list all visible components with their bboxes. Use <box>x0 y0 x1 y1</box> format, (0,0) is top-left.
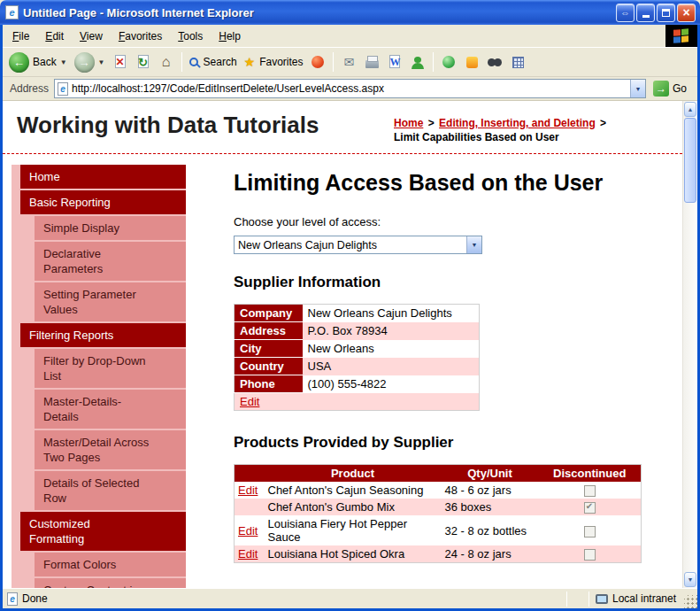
search-button[interactable]: Search <box>187 54 240 70</box>
supplier-heading: Supplier Information <box>234 274 666 291</box>
supplier-edit-link[interactable]: Edit <box>240 395 259 408</box>
supplier-field-value: P.O. Box 78934 <box>303 322 480 340</box>
resize-grip[interactable] <box>684 595 697 608</box>
menu-bar: File Edit View Favorites Tools Help <box>3 25 697 48</box>
supplier-field-label: Address <box>235 322 303 340</box>
sidebar-item-declarative-parameters[interactable]: Declarative Parameters <box>35 242 186 281</box>
status-text: Done <box>22 592 48 605</box>
menu-tools[interactable]: Tools <box>170 25 211 47</box>
refresh-button[interactable]: ↻ <box>133 50 154 73</box>
sidebar-item-master-details-details[interactable]: Master-Details-Details <box>35 390 186 429</box>
maximize-button[interactable] <box>657 4 675 22</box>
product-edit-link[interactable]: Edit <box>238 547 258 561</box>
menu-favorites[interactable]: Favorites <box>111 25 170 47</box>
access-level-value: New Orleans Cajun Delights <box>235 239 466 251</box>
addon-find-button[interactable] <box>484 50 505 73</box>
supplier-field-label: City <box>235 340 303 358</box>
addon-globe-button[interactable] <box>438 50 459 73</box>
address-dropdown-button[interactable]: ▼ <box>630 80 645 97</box>
sidebar-item-setting-parameter-values[interactable]: Setting Parameter Values <box>35 282 186 321</box>
status-page-icon: e <box>7 592 18 606</box>
access-level-select[interactable]: New Orleans Cajun Delights ▼ <box>234 236 482 254</box>
product-row: Edit Louisiana Fiery Hot Pepper Sauce 32… <box>235 515 642 545</box>
address-input[interactable]: e http://localhost:1297/Code/EditInsertD… <box>54 79 646 98</box>
close-button[interactable]: × <box>677 4 696 22</box>
product-qty: 48 - 6 oz jars <box>442 482 539 499</box>
title-bar: e Untitled Page - Microsoft Internet Exp… <box>0 0 700 25</box>
scroll-down-button[interactable]: ▼ <box>684 572 696 587</box>
sidebar-item-basic-reporting[interactable]: Basic Reporting <box>20 190 186 214</box>
menu-help[interactable]: Help <box>211 25 249 47</box>
messenger-button[interactable] <box>407 50 428 73</box>
local-intranet-icon <box>596 594 608 604</box>
print-button[interactable] <box>361 50 382 73</box>
supplier-field-value: New Orleans <box>303 340 480 358</box>
addon-orange-button[interactable] <box>461 50 482 73</box>
go-icon: → <box>653 81 669 97</box>
refresh-icon: ↻ <box>138 56 148 69</box>
globe-icon <box>442 56 455 68</box>
breadcrumb: Home > Editing, Inserting, and Deleting … <box>394 112 670 144</box>
binoculars-icon <box>488 58 502 66</box>
security-zone-label: Local intranet <box>612 592 676 605</box>
product-qty: 24 - 8 oz jars <box>442 545 539 563</box>
product-edit-link[interactable]: Edit <box>238 524 258 538</box>
breadcrumb-link-editing-inserting-deleting[interactable]: Editing, Inserting, and Deleting <box>439 117 596 129</box>
favorites-label: Favorites <box>259 56 303 68</box>
menu-view[interactable]: View <box>72 25 111 47</box>
products-heading: Products Provided by Supplier <box>234 434 666 452</box>
sidebar-item-simple-display[interactable]: Simple Display <box>35 216 186 240</box>
scrollbar-track[interactable] <box>684 118 696 571</box>
home-button[interactable]: ⌂ <box>156 50 177 73</box>
messenger-icon <box>414 57 421 63</box>
products-column-qty: Qty/Unit <box>442 465 539 483</box>
supplier-edit-row: Edit <box>235 393 480 411</box>
forward-dropdown-arrow[interactable]: ▼ <box>98 58 105 66</box>
product-edit-link[interactable]: Edit <box>238 483 258 497</box>
address-url[interactable]: http://localhost:1297/Code/EditInsertDel… <box>72 82 627 95</box>
supplier-row: Country USA <box>235 358 480 375</box>
product-name: Chef Anton's Gumbo Mix <box>265 499 442 515</box>
sidebar-item-customized-formatting[interactable]: Customized Formatting <box>20 512 186 551</box>
go-button[interactable]: → Go <box>651 81 694 97</box>
forward-button[interactable]: → <box>72 50 97 74</box>
minimize-button[interactable] <box>636 4 655 22</box>
media-button[interactable] <box>307 50 328 73</box>
scroll-up-button[interactable]: ▲ <box>684 102 696 117</box>
discontinued-checkbox[interactable] <box>584 549 596 561</box>
windows-logo <box>665 25 697 47</box>
menu-file[interactable]: File <box>4 25 37 47</box>
window-title: Untitled Page - Microsoft Internet Explo… <box>23 6 612 19</box>
sidebar-item-custom-content[interactable]: Custom Content in a <box>35 578 186 588</box>
discontinued-checkbox[interactable] <box>584 526 596 538</box>
breadcrumb-link-home[interactable]: Home <box>394 117 423 129</box>
back-button[interactable]: ← Back <box>6 50 59 74</box>
discontinued-checkbox[interactable] <box>584 485 596 497</box>
favorites-star-icon: ★ <box>244 55 256 69</box>
sidebar-item-home[interactable]: Home <box>20 165 186 189</box>
favorites-button[interactable]: ★ Favorites <box>242 53 306 71</box>
product-row: Chef Anton's Gumbo Mix 36 boxes <box>235 499 642 515</box>
menu-edit[interactable]: Edit <box>37 25 72 47</box>
select-dropdown-icon[interactable]: ▼ <box>466 236 481 253</box>
vertical-scrollbar[interactable]: ▲ ▼ <box>682 101 697 588</box>
mail-button[interactable]: ✉ <box>338 50 359 73</box>
supplier-row: Company New Orleans Cajun Delights <box>235 305 480 322</box>
scrollbar-thumb[interactable] <box>684 118 696 203</box>
sidebar-item-filtering-reports[interactable]: Filtering Reports <box>20 323 186 347</box>
product-name: Louisiana Hot Spiced Okra <box>265 545 442 563</box>
sidebar-item-filter-by-drop-down-list[interactable]: Filter by Drop-Down List <box>35 349 186 388</box>
ie-app-icon[interactable]: e <box>5 5 19 19</box>
edit-with-word-button[interactable]: W <box>384 50 405 73</box>
supplier-field-value: New Orleans Cajun Delights <box>303 305 480 322</box>
sidebar-item-master-detail-across-two-pages[interactable]: Master/Detail Across Two Pages <box>35 430 186 469</box>
addon-grid-button[interactable] <box>507 50 528 73</box>
restore-arrows-button[interactable]: ⇔ <box>616 4 635 22</box>
address-bar: Address e http://localhost:1297/Code/Edi… <box>3 77 697 101</box>
sidebar-item-format-colors[interactable]: Format Colors <box>35 553 186 576</box>
search-label: Search <box>204 56 237 68</box>
sidebar-item-details-of-selected-row[interactable]: Details of Selected Row <box>35 471 186 510</box>
discontinued-checkbox[interactable] <box>584 502 596 514</box>
back-dropdown-arrow[interactable]: ▼ <box>60 58 67 66</box>
stop-button[interactable]: ✕ <box>110 50 131 73</box>
